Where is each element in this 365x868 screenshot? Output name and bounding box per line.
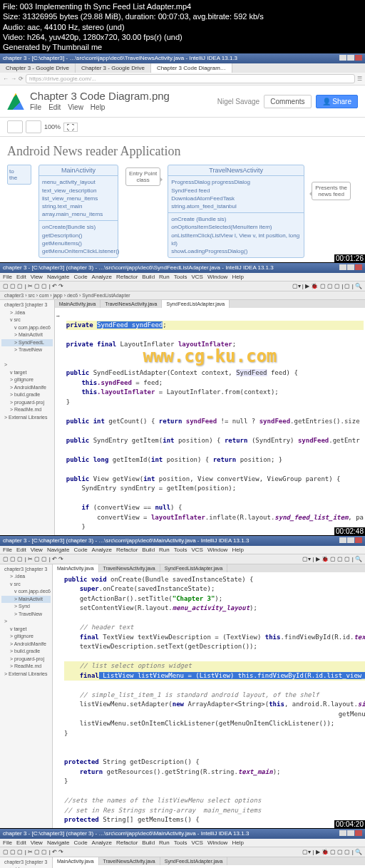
menu-item[interactable]: Navigate	[47, 547, 70, 553]
menu-item[interactable]: Analyze	[92, 547, 112, 553]
menu-item[interactable]: Window	[207, 274, 227, 280]
menu-item[interactable]: View	[31, 274, 43, 280]
fullscreen-icon[interactable]: ⛶	[63, 123, 78, 132]
tree-item[interactable]: > gitignore	[1, 376, 53, 384]
tree-item[interactable]: > build.gradle	[1, 391, 53, 399]
editor-tab-active[interactable]: MainActivity.java	[53, 564, 99, 572]
window-titlebar[interactable]: chapter 3 - [C:\chapter3] (chapter 3) - …	[0, 829, 365, 839]
menu-item[interactable]: Window	[207, 547, 227, 553]
menu-item[interactable]: Tools	[174, 547, 187, 553]
tree-item[interactable]: > External Libraries	[1, 671, 51, 678]
menu-item[interactable]: Edit	[16, 839, 26, 846]
code-editor[interactable]: public void onCreate(Bundle savedInstanc…	[53, 865, 365, 868]
tree-item[interactable]: > proguard-proj	[1, 656, 51, 663]
menu-edit[interactable]: Edit	[48, 103, 61, 111]
editor-tab-active[interactable]: MainActivity.java	[53, 857, 99, 865]
tree-item[interactable]: > ReadMe.md	[1, 663, 51, 671]
editor-tab[interactable]: SyndFeedListAdapter.java	[160, 857, 228, 865]
editor-tab[interactable]: TravelNewsActivity.java	[101, 300, 162, 308]
tree-item[interactable]: > AndroidManife	[1, 384, 53, 392]
menu-item[interactable]: Edit	[16, 274, 26, 280]
address-bar[interactable]: ←→⟳ https://drive.google.com/... ☰	[0, 73, 365, 86]
editor-tab[interactable]: SyndFeedListAdapter.java	[160, 564, 228, 572]
window-controls[interactable]	[339, 830, 362, 837]
tree-item[interactable]: >	[1, 618, 51, 626]
menu-item[interactable]: Help	[232, 547, 243, 553]
menu-item[interactable]: Navigate	[47, 839, 70, 846]
tree-item[interactable]: > gitignore	[1, 633, 51, 641]
tree-item-selected[interactable]: > SyndFeedL	[1, 339, 53, 347]
menu-item[interactable]: Edit	[16, 547, 26, 553]
window-titlebar[interactable]: chapter 3 - [C:\chapter3] - …\src\com\ja…	[0, 53, 365, 63]
window-controls[interactable]	[339, 537, 362, 544]
menu-item[interactable]: File	[3, 274, 12, 280]
project-tree[interactable]: chapter3 [chapter 3 > .idea v src v com.…	[0, 564, 53, 828]
menu-item[interactable]: Analyze	[92, 274, 112, 280]
window-controls[interactable]	[339, 264, 362, 272]
tree-item[interactable]: > External Libraries	[1, 414, 53, 422]
code-editor[interactable]: www.cg-ku.com➡ private SyndFeed syndFeed…	[55, 308, 365, 535]
menu-item[interactable]: Build	[142, 839, 155, 846]
menu-item[interactable]: View	[31, 547, 43, 553]
menu-item[interactable]: View	[31, 839, 43, 846]
browser-tab[interactable]: Chapter 3 - Google Drive	[0, 63, 76, 73]
tree-item[interactable]: > proguard-proj	[1, 399, 53, 407]
tree-item[interactable]: > build.gradle	[1, 648, 51, 656]
menu-item[interactable]: Navigate	[47, 274, 70, 280]
tree-item[interactable]: v target	[1, 626, 51, 634]
editor-tab[interactable]: TravelNewsActivity.java	[99, 564, 160, 572]
window-controls[interactable]	[339, 55, 362, 62]
tree-item[interactable]: v src	[1, 581, 51, 589]
project-tree[interactable]: chapter3 [chapter 3 > .idea v src v com.…	[0, 857, 53, 868]
editor-tab[interactable]: TravelNewsActivity.java	[99, 857, 160, 865]
menu-view[interactable]: View	[68, 103, 83, 111]
tree-item[interactable]: v com.japp.dec6	[1, 324, 53, 332]
menu-item[interactable]: Refactor	[116, 274, 138, 280]
menu-item[interactable]: Help	[232, 839, 243, 846]
code-editor[interactable]: public void onCreate(Bundle savedInstanc…	[53, 572, 365, 828]
menu-item[interactable]: Run	[159, 547, 170, 553]
tree-item[interactable]: > .idea	[1, 573, 51, 581]
menu-item[interactable]: Run	[159, 274, 170, 280]
menu-help[interactable]: Help	[91, 103, 106, 111]
tree-item[interactable]: >	[1, 361, 53, 369]
menu-item[interactable]: Refactor	[116, 547, 138, 553]
editor-tab[interactable]: MainActivity.java	[55, 300, 101, 308]
tree-item[interactable]: v src	[1, 316, 53, 324]
tree-item[interactable]: > Synd	[1, 603, 51, 611]
comments-button[interactable]: Comments	[264, 95, 311, 108]
tree-item[interactable]: chapter3 [chapter 3	[1, 301, 53, 309]
menu-item[interactable]: Tools	[174, 274, 187, 280]
menu-item[interactable]: Analyze	[92, 839, 112, 846]
share-button[interactable]: 👤 Share	[316, 95, 358, 108]
menu-item[interactable]: Code	[73, 839, 87, 846]
menu-item[interactable]: Code	[73, 547, 87, 553]
menu-item[interactable]: VCS	[191, 274, 202, 280]
tree-item[interactable]: > TravelNew	[1, 346, 53, 354]
browser-tab[interactable]: Chapter 3 - Google Drive	[76, 63, 151, 73]
zoom-level[interactable]: 100%	[44, 123, 61, 130]
tree-item[interactable]: > ReadMe.md	[1, 406, 53, 414]
menu-item[interactable]: Run	[159, 839, 170, 846]
undo-icon[interactable]	[26, 120, 41, 133]
menu-item[interactable]: Build	[142, 274, 155, 280]
menu-item[interactable]: File	[3, 547, 12, 553]
print-icon[interactable]	[7, 120, 23, 133]
window-titlebar[interactable]: chapter 3 - [C:\chapter3] (chapter 3) - …	[0, 536, 365, 546]
project-tree[interactable]: chapter3 [chapter 3 > .idea v src v com.…	[0, 300, 55, 535]
menu-item[interactable]: VCS	[191, 547, 202, 553]
tree-item[interactable]: > .idea	[1, 309, 53, 317]
tree-item[interactable]: > MainActivit	[1, 596, 51, 604]
tree-item[interactable]: chapter3 [chapter 3	[1, 566, 51, 574]
tree-item[interactable]: > TravelNew	[1, 611, 51, 619]
menu-item[interactable]: Help	[232, 274, 243, 280]
tree-item[interactable]: chapter3 [chapter 3	[1, 859, 51, 867]
browser-tab-active[interactable]: Chapter 3 Code Diagram…	[151, 63, 232, 73]
tree-item[interactable]: v target	[1, 369, 53, 377]
tree-item[interactable]: v com.japp.dec6	[1, 588, 51, 596]
tree-item[interactable]: > AndroidManife	[1, 641, 51, 649]
diagram-canvas[interactable]: Android News reader Application tothe Ma…	[0, 137, 365, 262]
menu-item[interactable]: Code	[73, 274, 87, 280]
window-titlebar[interactable]: chapter 3 - [C:\chapter3] (chapter 3) - …	[0, 263, 365, 273]
ide-breadcrumb[interactable]: chapter3 › src › com › japp › dec6 › Syn…	[0, 291, 365, 300]
